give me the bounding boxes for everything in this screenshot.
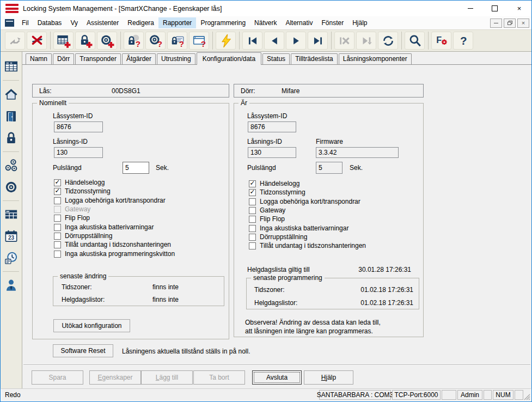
mdi-minimize-button[interactable] [490,19,502,28]
checkbox-box[interactable]: ✓ [54,179,61,186]
checkbox-box[interactable] [249,234,256,241]
disconnect-button[interactable] [27,32,47,50]
checkbox-box[interactable] [249,216,256,223]
tab-transponder[interactable]: Transponder [75,53,121,64]
checkbox-box[interactable] [54,197,61,204]
checkbox-tidzonsstyrning[interactable]: ✓Tidzonsstyrning [54,187,111,195]
new-transponder-button[interactable] [97,32,117,50]
lock-system-id-field[interactable]: 8676 [54,121,103,132]
menu-databas[interactable]: Databas [33,17,66,28]
menu-redigera[interactable]: Redigera [123,17,158,28]
menu-rapporter[interactable]: Rapporter [158,17,196,28]
checkbox-inga-programmeringskvitton[interactable]: Inga akustiska programmeringskvitton [54,250,175,258]
first-record-button[interactable] [242,32,262,50]
software-reset-button[interactable]: Software Reset [53,344,113,357]
sidebar-timezone-clock-button[interactable] [2,248,21,268]
menu-vy[interactable]: Vy [66,17,82,28]
checkbox-dorruppstallning[interactable]: Dörruppställning [249,233,307,241]
checkbox-handelselogg[interactable]: ✓Händelselogg [249,180,299,187]
menu-natverk[interactable]: Nätverk [250,17,281,28]
tab-atgarder[interactable]: Åtgärder [122,53,156,64]
checkbox-inga-batterivarningar[interactable]: Inga akustiska batterivarningar [249,224,348,232]
lock-system-id-field[interactable]: 8676 [248,121,296,132]
checkbox-tidzonsstyrning[interactable]: ✓Tidzonsstyrning [249,188,305,196]
menu-hjalp[interactable]: Hjälp [348,17,371,28]
checkbox-box[interactable]: ✓ [249,189,256,196]
new-lock-button[interactable] [75,32,95,50]
read-lock-card-button[interactable]: ? [167,32,187,50]
sidebar-locking-plan-button[interactable] [2,57,21,77]
extended-configuration-button[interactable]: Utökad konfiguration [53,319,130,332]
menu-fil[interactable]: Fil [17,17,33,28]
firmware-field[interactable]: 3.3.42 [316,147,399,158]
sidebar-lock-button[interactable] [2,128,21,148]
lock-id-field[interactable]: 130 [54,147,103,158]
minimize-button[interactable] [458,1,482,16]
checkbox-flip-flop[interactable]: Flip Flop [54,214,90,222]
checkbox-box[interactable] [249,242,256,249]
mdi-restore-button[interactable] [504,19,516,28]
tab-lasningskomponenter[interactable]: Låsningskomponenter [339,53,412,64]
mdi-close-button[interactable]: × [517,19,529,28]
sidebar-separator [3,200,19,201]
lock-id-field[interactable]: 130 [248,147,296,158]
checkbox-box[interactable] [54,251,61,258]
maximize-button[interactable] [482,1,507,16]
checkbox-box[interactable] [249,225,256,232]
menu-fonster[interactable]: Fönster [317,17,348,28]
tab-tilltradeslista[interactable]: Tillträdeslista [291,53,338,64]
filter-settings-button[interactable]: F [431,32,451,50]
refresh-button[interactable] [378,32,398,50]
sidebar-user-button[interactable] [2,275,21,295]
checkbox-dorruppstallning[interactable]: Dörruppställning [54,232,112,240]
menu-programmering[interactable]: Programmering [196,17,250,28]
checkbox-gateway[interactable]: Gateway [249,206,285,214]
sidebar-transponder-button[interactable] [2,177,21,197]
read-network-button[interactable]: ? [189,32,209,50]
next-record-button[interactable] [286,32,306,50]
pulse-length-field[interactable]: 5 [123,162,149,174]
checkbox-box[interactable] [54,241,61,248]
read-lock-button[interactable]: ? [124,32,144,50]
sidebar-door-button[interactable] [2,106,21,126]
checkbox-logga-obehoriga[interactable]: Logga obehöriga kort/transpondrar [249,198,360,205]
checkbox-box[interactable]: ✓ [249,180,256,187]
checkbox-tillat-undantag[interactable]: Tillåt undantag i tidszonshanteringen [249,242,366,249]
pulse-length-label: Pulslängd [247,164,276,172]
help-footer-button[interactable]: Hjälp [304,370,353,385]
tab-utrustning[interactable]: Utrustning [157,53,195,64]
tab-namn[interactable]: Namn [26,53,52,64]
previous-record-button[interactable] [264,32,284,50]
checkbox-logga-obehoriga[interactable]: Logga obehöriga kort/transpondrar [54,197,166,204]
checkbox-box[interactable] [249,198,256,205]
checkbox-handelselogg[interactable]: ✓Händelselogg [54,179,105,186]
checkbox-box[interactable] [54,224,61,231]
search-button[interactable] [405,32,425,50]
help-button[interactable]: ? [453,32,473,50]
menu-alternativ[interactable]: Alternativ [281,17,317,28]
checkbox-box[interactable] [249,207,256,214]
checkbox-inga-batterivarningar[interactable]: Inga akustiska batterivarningar [54,223,154,231]
sidebar-matrix-button[interactable] [2,204,21,224]
tab-dorr[interactable]: Dörr [53,53,74,64]
close-button[interactable]: × [507,1,531,16]
checkbox-box[interactable] [54,233,61,240]
read-transponder-button[interactable]: ? [145,32,166,50]
checkbox-flip-flop[interactable]: Flip Flop [249,215,285,223]
exit-button[interactable]: Avsluta [252,370,302,385]
resize-grip[interactable] [523,393,530,400]
checkbox-tillat-undantag[interactable]: Tillåt undantag i tidszonshanteringen [54,241,171,248]
program-button[interactable] [216,32,236,50]
tab-konfiguration-data[interactable]: Konfiguration/data [197,52,261,65]
new-locking-plan-button[interactable] [53,32,74,50]
checkbox-box[interactable] [54,215,61,222]
sidebar-transponder-group-button[interactable] [2,155,21,175]
last-record-button[interactable] [308,32,328,50]
mdi-document-icon[interactable] [5,19,14,27]
sidebar-building-button[interactable] [2,84,21,105]
tab-status[interactable]: Status [262,53,290,64]
sidebar-calendar-button[interactable]: 23 [2,226,21,246]
pulse-length-field[interactable]: 5 [316,162,343,174]
menu-assistenter[interactable]: Assistenter [82,17,123,28]
checkbox-box[interactable]: ✓ [54,188,61,195]
